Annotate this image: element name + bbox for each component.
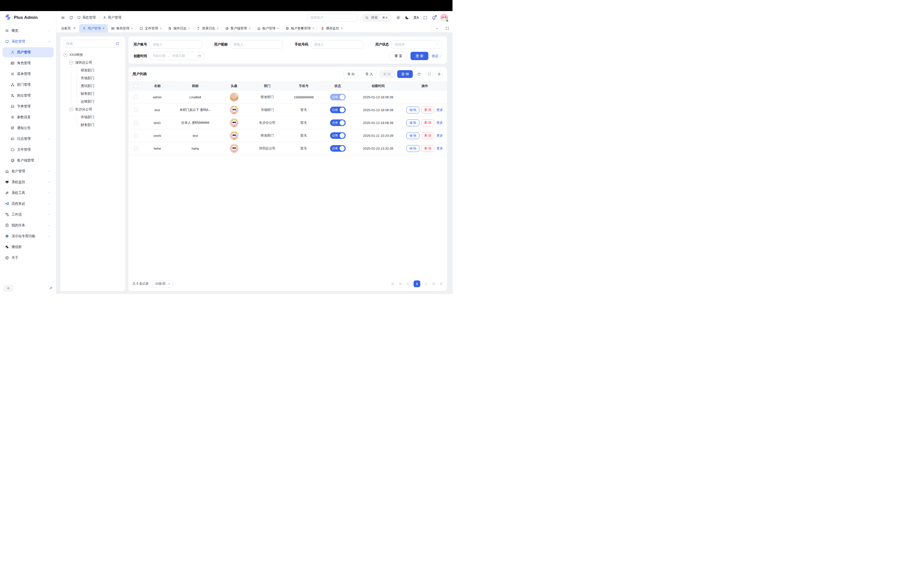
sidebar-item-menu-management[interactable]: 菜单管理 <box>3 69 54 79</box>
last-page-button[interactable] <box>439 282 443 286</box>
more-row-button[interactable]: 更多 <box>437 146 443 151</box>
tab-tenant-package-management[interactable]: 租户套餐管理× <box>282 24 318 32</box>
row-checkbox[interactable] <box>134 133 138 138</box>
edit-row-button[interactable]: 编 辑 <box>406 106 419 113</box>
fullscreen-button[interactable] <box>423 16 427 20</box>
edit-row-button[interactable]: 编 辑 <box>406 119 419 126</box>
prev-pages-button[interactable] <box>399 282 402 286</box>
sidebar-pin-button[interactable] <box>49 286 52 290</box>
sidebar-item-workflow[interactable]: 工作流 <box>3 210 54 219</box>
reset-button[interactable]: 重 置 <box>389 52 407 60</box>
export-button[interactable]: 导 出 <box>343 70 359 78</box>
user-account-input[interactable] <box>150 40 202 49</box>
close-tab-icon[interactable]: × <box>103 27 105 30</box>
tree-node[interactable]: 财务部门 <box>64 90 122 98</box>
menu-toggle-button[interactable] <box>61 16 65 20</box>
refresh-page-button[interactable] <box>69 16 73 20</box>
dark-mode-button[interactable] <box>405 15 409 20</box>
tabs-dropdown-button[interactable] <box>431 24 442 32</box>
sidebar-item-param-settings[interactable]: 参数设置 <box>3 112 54 122</box>
sidebar-item-dict-management[interactable]: 字典管理 <box>3 101 54 111</box>
status-toggle[interactable]: 启用 <box>330 94 346 100</box>
tree-node[interactable]: 测试部门 <box>64 82 122 90</box>
sidebar-collapse-button[interactable] <box>3 285 13 292</box>
tab-login-log[interactable]: 登录日志× <box>193 24 222 32</box>
sidebar-item-log-management[interactable]: 日志管理 <box>3 134 54 144</box>
tree-node[interactable]: 深圳总公司 <box>64 59 122 67</box>
row-checkbox[interactable] <box>134 95 138 99</box>
more-row-button[interactable]: 更多 <box>437 108 443 112</box>
sidebar-item-demo-features[interactable]: 演示站专用功能 <box>3 231 54 241</box>
add-button[interactable]: 新 增 <box>397 70 413 78</box>
tree-node[interactable]: 市场部门 <box>64 113 122 121</box>
sidebar-item-notice-announcement[interactable]: 通知公告 <box>3 123 54 133</box>
breadcrumb-item-system-management[interactable]: 系统管理 <box>77 15 96 20</box>
more-row-button[interactable]: 更多 <box>437 121 443 125</box>
delete-button[interactable]: 删 除 <box>379 70 395 78</box>
tree-node[interactable]: 财务部门 <box>64 121 122 129</box>
breadcrumb-item-user-management[interactable]: 用户管理 <box>103 15 121 20</box>
tenant-select[interactable]: 选择租户 <box>307 14 357 22</box>
edit-row-button[interactable]: 编 辑 <box>406 132 419 139</box>
delete-row-button[interactable]: 删 除 <box>422 106 434 113</box>
select-all-checkbox[interactable] <box>134 84 138 88</box>
close-tab-icon[interactable]: × <box>249 27 251 30</box>
tab-operation-log[interactable]: 操作日志× <box>165 24 194 32</box>
sidebar-item-post-management[interactable]: 岗位管理 <box>3 91 54 100</box>
tree-collapse-toggle[interactable] <box>64 53 67 57</box>
sidebar-item-dept-management[interactable]: 部门管理 <box>3 80 54 90</box>
tab-role-management[interactable]: 角色管理× <box>108 24 137 32</box>
prev-page-button[interactable] <box>406 282 410 286</box>
sidebar-item-file-management[interactable]: 文件管理 <box>3 145 54 155</box>
tree-refresh-button[interactable] <box>113 40 122 47</box>
tree-collapse-toggle[interactable] <box>69 61 73 64</box>
settings-button[interactable] <box>396 15 400 20</box>
tree-node[interactable]: 市场部门 <box>64 74 122 82</box>
table-fullscreen-button[interactable] <box>426 70 433 78</box>
tab-cache-monitor[interactable]: 缓存监控× <box>318 24 346 32</box>
sidebar-item-role-management[interactable]: 角色管理 <box>3 58 54 68</box>
delete-row-button[interactable]: 删 除 <box>422 119 434 126</box>
tab-analysis[interactable]: 分析页 <box>58 24 79 32</box>
close-tab-icon[interactable]: × <box>217 27 219 30</box>
collapse-filter-link[interactable]: 收起 <box>432 54 442 58</box>
tree-search-input[interactable] <box>64 42 113 46</box>
page-size-select[interactable]: 10条/页 <box>152 280 173 288</box>
user-avatar[interactable] <box>440 14 448 21</box>
phone-number-input[interactable] <box>311 40 363 49</box>
row-checkbox[interactable] <box>134 108 138 112</box>
delete-row-button[interactable]: 删 除 <box>422 145 434 152</box>
tab-file-management[interactable]: 文件管理× <box>136 24 165 32</box>
tab-client-management[interactable]: 客户端管理× <box>222 24 254 32</box>
app-logo[interactable]: Plus Admin <box>0 11 56 24</box>
status-toggle[interactable]: 启用 <box>330 132 346 139</box>
close-tab-icon[interactable]: × <box>277 27 279 30</box>
status-toggle[interactable]: 启用 <box>330 119 346 126</box>
sidebar-item-client-management[interactable]: 客户端管理 <box>3 156 54 165</box>
tree-node[interactable]: XXX科技 <box>64 51 122 59</box>
sidebar-item-system-monitor[interactable]: 系统监控 <box>3 177 54 187</box>
close-tab-icon[interactable]: × <box>312 27 314 30</box>
sidebar-item-tenant-management[interactable]: 租户管理 <box>3 166 54 176</box>
table-refresh-button[interactable] <box>415 70 423 78</box>
tree-collapse-toggle[interactable] <box>69 108 73 111</box>
sidebar-item-user-management[interactable]: 用户管理 <box>3 47 54 57</box>
delete-row-button[interactable]: 删 除 <box>422 132 434 139</box>
user-nickname-input[interactable] <box>230 40 283 49</box>
language-button[interactable]: 文A <box>414 15 419 20</box>
table-settings-button[interactable] <box>435 70 443 78</box>
tree-node[interactable]: 运维部门 <box>64 98 122 105</box>
next-pages-button[interactable] <box>432 282 435 286</box>
notifications-button[interactable] <box>432 15 436 20</box>
close-tab-icon[interactable]: × <box>341 27 343 30</box>
content-fullscreen-button[interactable] <box>442 24 452 32</box>
close-tab-icon[interactable]: × <box>160 27 162 30</box>
first-page-button[interactable] <box>391 282 395 286</box>
global-search[interactable]: 搜索 ⌘ K <box>362 14 391 22</box>
sidebar-item-process-start[interactable]: 流程发起 <box>3 199 54 209</box>
search-button[interactable]: 搜 索 <box>411 52 429 60</box>
date-range-picker[interactable]: 开始日期 → 结束日期 <box>150 52 204 60</box>
row-checkbox[interactable] <box>134 146 138 150</box>
user-status-select[interactable]: 请选择 <box>392 40 442 49</box>
more-row-button[interactable]: 更多 <box>437 133 443 138</box>
